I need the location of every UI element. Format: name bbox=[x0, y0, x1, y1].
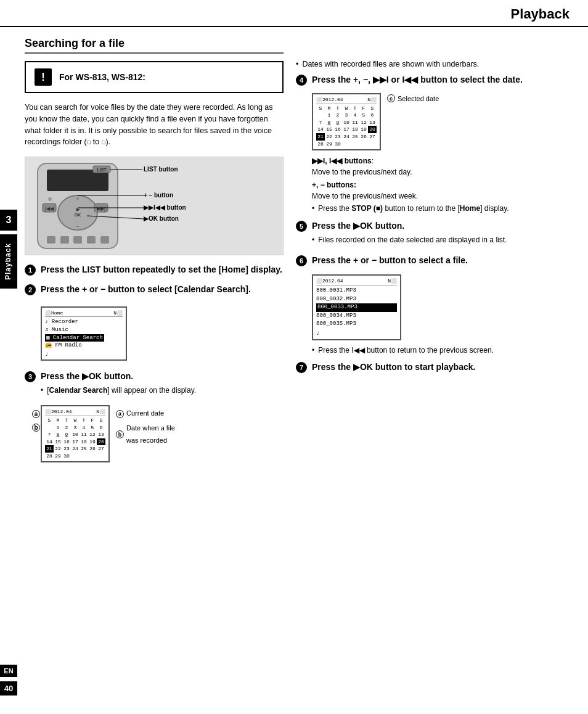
warning-text: For WS-813, WS-812: bbox=[59, 72, 145, 82]
language-label: EN bbox=[0, 665, 17, 677]
right-header-spacer bbox=[296, 37, 570, 59]
step-3-content: Press the ▶OK button. • [Calendar Search… bbox=[41, 371, 284, 398]
content-area: Searching for a file ! For WS-813, WS-81… bbox=[0, 27, 588, 480]
step-2-number: 2 bbox=[25, 284, 36, 295]
svg-text:+: + bbox=[76, 195, 79, 202]
step-6: 6 Press the + or − button to select a fi… bbox=[296, 255, 570, 267]
file-list-mockup: ⬜2012.04 N⬜ 800_0031.MP3 800_0032.MP3 80… bbox=[312, 274, 401, 340]
step-1-number: 1 bbox=[25, 265, 36, 276]
file-list-area: ⬜2012.04 N⬜ 800_0031.MP3 800_0032.MP3 80… bbox=[312, 274, 570, 340]
svg-rect-15 bbox=[87, 236, 96, 244]
step4-notes: ▶▶I, I◀◀ buttons:Move to the previous/ne… bbox=[312, 155, 570, 214]
step-4: 4 Press the +, −, ▶▶I or I◀◀ button to s… bbox=[296, 74, 570, 86]
calendar-step4-area: ⬜2012.04 N⬜ SMTWTFS 123456 78910111213 1… bbox=[312, 93, 570, 150]
step-6-number: 6 bbox=[296, 255, 307, 266]
svg-rect-16 bbox=[100, 236, 109, 244]
top-bullet-1: • Dates with recorded files are shown wi… bbox=[296, 59, 570, 70]
left-column: Searching for a file ! For WS-813, WS-81… bbox=[25, 37, 284, 467]
calendar-mockup-step4: ⬜2012.04 N⬜ SMTWTFS 123456 78910111213 1… bbox=[312, 93, 381, 150]
step-5: 5 Press the ▶OK button. • Files recorded… bbox=[296, 220, 570, 247]
svg-text:▶▶|: ▶▶| bbox=[97, 206, 105, 211]
svg-text:LIST button: LIST button bbox=[144, 166, 178, 173]
calendar-step3-wrapper: a b ⬜2012.04 N⬜ SMTWTFS 123456 789101112… bbox=[41, 405, 110, 462]
calendar-mockup-step3: ⬜2012.04 N⬜ SMTWTFS 123456 78910111213 1… bbox=[41, 405, 110, 462]
step-5-number: 5 bbox=[296, 221, 307, 232]
calendar-step4-annotations: c Selected date bbox=[387, 93, 439, 102]
step-3-number: 3 bbox=[25, 371, 36, 382]
calendar-step3-area: a b ⬜2012.04 N⬜ SMTWTFS 123456 789101112… bbox=[41, 405, 284, 462]
step-1: 1 Press the LIST button repeatedly to se… bbox=[25, 264, 284, 276]
step-3: 3 Press the ▶OK button. • [Calendar Sear… bbox=[25, 371, 284, 398]
warning-box: ! For WS-813, WS-812: bbox=[25, 61, 284, 93]
svg-text:+ – button: + – button bbox=[144, 192, 173, 199]
svg-text:▶▶I◀◀ button: ▶▶I◀◀ button bbox=[144, 204, 186, 211]
svg-text:LIST: LIST bbox=[97, 168, 107, 172]
chapter-number: 3 bbox=[0, 210, 17, 231]
calendar-step3-annotations: a Current date b Date when a filewas rec… bbox=[116, 405, 175, 446]
page-title: Playback bbox=[18, 6, 570, 26]
device-diagram: |◀◀ ▶ OK + – ▶▶| bbox=[25, 157, 284, 255]
step-2-content: Press the + or − button to select [Calen… bbox=[41, 284, 284, 296]
step-1-content: Press the LIST button repeatedly to set … bbox=[41, 264, 284, 276]
step-5-content: Press the ▶OK button. • Files recorded o… bbox=[312, 220, 570, 247]
svg-text:▶OK button: ▶OK button bbox=[144, 215, 179, 222]
step-4-number: 4 bbox=[296, 75, 307, 86]
svg-rect-14 bbox=[73, 236, 82, 244]
page-number: 40 bbox=[0, 681, 17, 696]
side-tab-label: Playback bbox=[0, 234, 17, 289]
step-6-content: Press the + or − button to select a file… bbox=[312, 255, 570, 267]
step-2: 2 Press the + or − button to select [Cal… bbox=[25, 284, 284, 296]
svg-text:|◀◀: |◀◀ bbox=[45, 206, 54, 211]
step-4-content: Press the +, −, ▶▶I or I◀◀ button to sel… bbox=[312, 74, 570, 86]
svg-rect-13 bbox=[60, 236, 69, 244]
page-header: Playback bbox=[0, 0, 588, 27]
svg-point-2 bbox=[48, 197, 52, 201]
step-7-number: 7 bbox=[296, 362, 307, 373]
svg-text:–: – bbox=[76, 223, 79, 229]
right-column: • Dates with recorded files are shown wi… bbox=[296, 37, 570, 467]
body-text: You can search for voice files by the da… bbox=[25, 102, 284, 148]
step6-note: • Press the I◀◀ button to return to the … bbox=[312, 345, 570, 356]
svg-text:OK: OK bbox=[75, 213, 81, 217]
warning-icon: ! bbox=[35, 68, 52, 86]
step-7-content: Press the ▶OK button to start playback. bbox=[312, 361, 570, 374]
step-7: 7 Press the ▶OK button to start playback… bbox=[296, 361, 570, 374]
svg-rect-12 bbox=[47, 236, 55, 244]
screen-mockup-1: ⬜Home N⬜ ♪ Recorder ♫ Music ▦ Calendar S… bbox=[41, 303, 284, 364]
section-title: Searching for a file bbox=[25, 37, 284, 54]
device-svg: |◀◀ ▶ OK + – ▶▶| bbox=[25, 157, 272, 255]
